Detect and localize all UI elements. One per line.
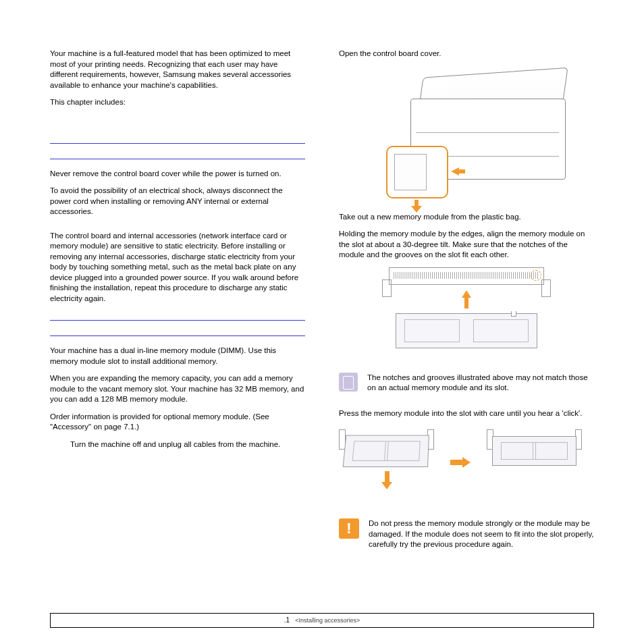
printer-illustration [382, 66, 551, 201]
intro-paragraph: Your machine is a full-featured model th… [50, 49, 305, 90]
precaution-1: Never remove the control board cover whi… [50, 169, 305, 180]
holding-text: Holding the memory module by the edges, … [339, 229, 594, 261]
arrow-down-icon [381, 471, 392, 489]
press-text: Press the memory module into the slot wi… [339, 408, 594, 419]
page-number: .1 [284, 616, 290, 625]
arrow-down-icon [414, 200, 419, 207]
caution-icon: ! [339, 518, 359, 539]
chapter-includes: This chapter includes: [50, 97, 305, 108]
footer-section: <Installing accessories> [295, 616, 360, 624]
note-icon [339, 373, 358, 392]
page-footer: .1 <Installing accessories> [50, 613, 594, 628]
open-cover-text: Open the control board cover. [339, 49, 594, 59]
memory-p1: Your machine has a dual in-line memory m… [50, 346, 305, 367]
note-text: The notches and grooves illustrated abov… [367, 373, 594, 394]
step-1: Turn the machine off and unplug all cabl… [50, 439, 305, 450]
right-column: Open the control board cover. Take out a… [339, 49, 594, 557]
arrow-up-icon [462, 290, 471, 308]
arrow-right-icon [450, 457, 471, 468]
cover-popout-highlight [386, 146, 448, 198]
notch-highlight-icon [531, 270, 541, 281]
left-column: Your machine is a full-featured model th… [50, 49, 305, 557]
memory-p2: When you are expanding the memory capaci… [50, 373, 305, 405]
caution-block: ! Do not press the memory module strongl… [339, 518, 594, 557]
precaution-2: To avoid the possibility of an electrica… [50, 186, 305, 217]
press-module-illustration [339, 425, 582, 500]
memory-slot-illustration [382, 267, 551, 355]
precaution-3: The control board and internal accessori… [50, 231, 305, 304]
section-divider [50, 320, 305, 336]
section-divider [50, 143, 305, 159]
caution-text: Do not press the memory module strongly … [369, 518, 594, 550]
memory-p3: Order information is provided for option… [50, 412, 305, 433]
note-block: The notches and grooves illustrated abov… [339, 373, 594, 400]
take-out-text: Take out a new memory module from the pl… [339, 212, 594, 223]
arrow-left-icon [451, 167, 459, 176]
